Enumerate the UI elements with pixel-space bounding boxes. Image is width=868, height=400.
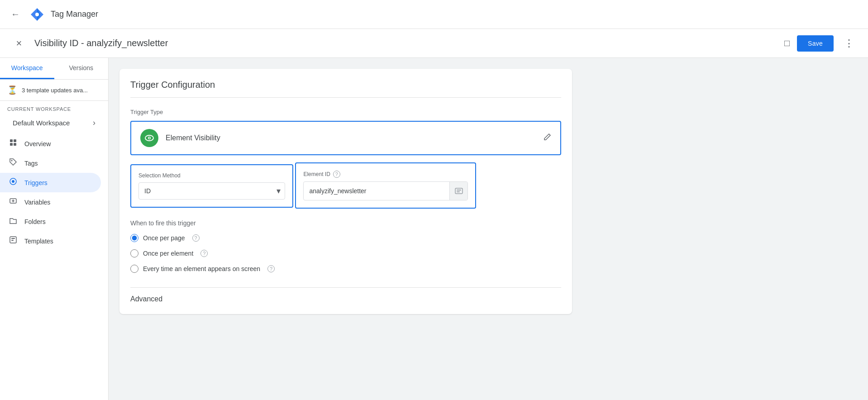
save-button[interactable]: Save — [797, 35, 834, 52]
triggers-icon — [9, 177, 17, 188]
trigger-type-name: Element Visibility — [166, 134, 220, 142]
content-area: Trigger Configuration Trigger Type Eleme… — [109, 58, 868, 400]
tags-label: Tags — [24, 160, 38, 167]
overview-label: Overview — [24, 140, 51, 148]
folders-icon — [9, 216, 17, 227]
templates-label: Templates — [24, 238, 53, 245]
radio-once-per-element-input[interactable] — [130, 249, 138, 257]
close-button[interactable]: × — [11, 35, 27, 52]
config-card-title: Trigger Configuration — [130, 80, 561, 98]
svg-point-3 — [35, 13, 39, 16]
sidebar-item-triggers[interactable]: Triggers — [0, 173, 101, 192]
top-bar: ← Tag Manager — [0, 0, 868, 29]
svg-rect-5 — [14, 139, 16, 142]
workspace-button[interactable]: Default Workspace › — [7, 114, 101, 132]
config-card: Trigger Configuration Trigger Type Eleme… — [119, 69, 572, 314]
top-bar-left: ← Tag Manager — [7, 6, 98, 23]
templates-icon — [9, 236, 17, 246]
once-per-element-help-icon[interactable]: ? — [200, 250, 208, 257]
tab-workspace[interactable]: Workspace — [0, 58, 54, 79]
gtm-logo — [29, 6, 45, 23]
selection-method-block: Selection Method ID CSS Selector ▾ — [130, 164, 293, 208]
svg-rect-19 — [457, 190, 461, 190]
main-layout: Workspace Versions ⏳ 3 template updates … — [0, 58, 868, 400]
svg-point-8 — [11, 160, 13, 162]
sidebar-tabs: Workspace Versions — [0, 58, 108, 80]
workspace-label: CURRENT WORKSPACE — [7, 106, 101, 112]
svg-point-17 — [149, 138, 150, 139]
update-icon: ⏳ — [7, 85, 17, 95]
variable-icon — [455, 188, 463, 194]
sidebar-item-folders[interactable]: Folders — [0, 212, 101, 231]
radio-once-per-element: Once per element ? — [130, 249, 561, 257]
variables-label: Variables — [24, 199, 50, 206]
svg-rect-20 — [457, 191, 460, 192]
element-id-label-row: Element ID ? — [303, 171, 468, 178]
update-text: 3 template updates ava... — [22, 87, 88, 94]
triggers-label: Triggers — [24, 179, 48, 186]
folder-icon[interactable]: □ — [784, 38, 790, 48]
tab-versions[interactable]: Versions — [54, 58, 109, 79]
radio-once-per-page-input[interactable] — [130, 234, 138, 242]
radio-every-time: Every time an element appears on screen … — [130, 265, 561, 273]
radio-once-per-page: Once per page ? — [130, 234, 561, 242]
edit-trigger-type-button[interactable] — [543, 133, 551, 143]
variables-icon — [9, 197, 17, 207]
radio-every-time-input[interactable] — [130, 265, 138, 273]
radio-once-per-element-label: Once per element — [143, 250, 193, 257]
sidebar: Workspace Versions ⏳ 3 template updates … — [0, 58, 109, 400]
svg-rect-13 — [11, 238, 15, 239]
advanced-title: Advanced — [130, 295, 561, 303]
eye-svg — [144, 133, 154, 143]
element-id-input-row — [303, 181, 468, 200]
element-id-label: Element ID — [303, 171, 330, 177]
panel-header: × Visibility ID - analyzify_newsletter □… — [0, 29, 868, 58]
folders-label: Folders — [24, 218, 46, 225]
tags-icon — [9, 158, 17, 168]
when-label: When to fire this trigger — [130, 219, 561, 227]
workspace-chevron-icon: › — [93, 118, 95, 128]
overview-icon — [9, 138, 17, 149]
sidebar-item-tags[interactable]: Tags — [0, 153, 101, 173]
radio-every-time-label: Every time an element appears on screen — [143, 265, 260, 272]
trigger-type-selector[interactable]: Element Visibility — [130, 121, 561, 155]
every-time-help-icon[interactable]: ? — [267, 265, 275, 272]
sidebar-nav: Overview Tags Triggers Variables — [0, 134, 108, 251]
element-id-input[interactable] — [304, 183, 449, 199]
svg-rect-7 — [14, 143, 16, 146]
selection-method-label: Selection Method — [138, 172, 285, 179]
workspace-section: CURRENT WORKSPACE Default Workspace › — [0, 101, 108, 134]
fire-options-group: Once per page ? Once per element ? Every… — [130, 234, 561, 273]
sidebar-item-templates[interactable]: Templates — [0, 231, 101, 251]
element-visibility-icon — [140, 129, 158, 147]
sidebar-item-variables[interactable]: Variables — [0, 192, 101, 212]
element-id-help-icon[interactable]: ? — [333, 171, 340, 178]
radio-once-per-page-label: Once per page — [143, 234, 185, 242]
sidebar-item-overview[interactable]: Overview — [0, 134, 101, 153]
variable-picker-button[interactable] — [449, 182, 467, 200]
svg-rect-6 — [10, 143, 13, 146]
panel-title: Visibility ID - analyzify_newsletter — [34, 38, 777, 48]
selection-method-select[interactable]: ID CSS Selector — [138, 182, 285, 200]
svg-rect-18 — [455, 188, 463, 194]
once-per-page-help-icon[interactable]: ? — [192, 234, 200, 242]
selection-method-wrapper: ID CSS Selector ▾ — [138, 182, 285, 200]
svg-point-10 — [12, 180, 14, 183]
svg-rect-4 — [10, 139, 13, 142]
divider — [130, 287, 561, 288]
update-banner[interactable]: ⏳ 3 template updates ava... — [0, 80, 108, 101]
back-button[interactable]: ← — [7, 6, 24, 23]
element-id-block: Element ID ? — [295, 162, 476, 209]
trigger-type-label: Trigger Type — [130, 109, 561, 115]
app-title: Tag Manager — [51, 10, 98, 19]
svg-rect-14 — [11, 240, 14, 241]
workspace-name: Default Workspace — [13, 119, 70, 127]
more-options-button[interactable]: ⋮ — [841, 35, 857, 52]
